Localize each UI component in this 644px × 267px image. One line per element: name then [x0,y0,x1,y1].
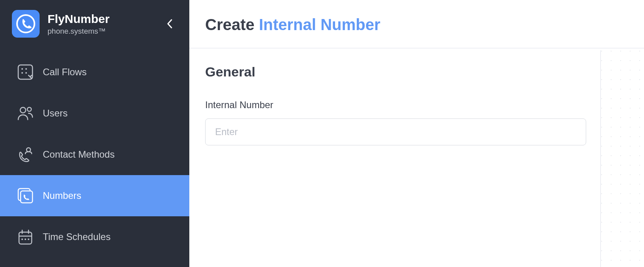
page-title-accent: Internal Number [259,16,381,33]
sidebar-item-label: Time Schedules [43,231,111,242]
svg-point-2 [21,68,23,70]
nav-list: Call Flows Users [0,48,189,257]
call-flows-icon [16,63,35,82]
form-group-internal-number: Internal Number [205,99,586,145]
sidebar-item-label: Contact Methods [43,149,114,160]
logo-text: FlyNumber phone.systems™ [48,12,162,36]
sidebar-item-label: Call Flows [43,67,87,78]
time-schedules-icon [16,227,35,246]
svg-point-15 [21,238,23,240]
sidebar-item-time-schedules[interactable]: Time Schedules [0,216,189,257]
internal-number-label: Internal Number [205,99,586,111]
contact-methods-icon [16,145,35,164]
right-rail-drag-area[interactable] [600,50,644,267]
collapse-sidebar-button[interactable] [162,16,177,32]
logo-icon [12,10,40,38]
sidebar-item-label: Users [43,108,68,119]
sidebar-header: FlyNumber phone.systems™ [0,0,189,48]
svg-point-8 [27,148,30,152]
brand-subtitle: phone.systems™ [48,27,162,36]
page-title-prefix: Create [205,16,259,33]
svg-point-17 [28,238,29,240]
content-body: General Internal Number [189,48,644,267]
svg-point-6 [20,107,26,113]
svg-point-5 [25,72,27,74]
svg-point-7 [27,107,31,111]
svg-point-3 [25,68,27,70]
main-content: Create Internal Number General Internal … [189,0,644,267]
svg-rect-11 [19,232,32,244]
section-title-general: General [205,64,628,80]
brand-title: FlyNumber [48,12,162,26]
svg-point-16 [25,238,26,240]
users-icon [16,104,35,123]
sidebar-item-numbers[interactable]: Numbers [0,175,189,216]
chevron-left-icon [167,19,172,29]
sidebar-item-call-flows[interactable]: Call Flows [0,51,189,93]
svg-point-0 [17,15,34,32]
svg-point-4 [21,72,23,74]
svg-rect-10 [21,191,32,203]
sidebar: FlyNumber phone.systems™ Call Flows [0,0,189,267]
sidebar-item-contact-methods[interactable]: Contact Methods [0,134,189,175]
sidebar-item-users[interactable]: Users [0,93,189,134]
numbers-icon [16,186,35,205]
internal-number-input[interactable] [205,118,586,145]
page-header: Create Internal Number [189,0,644,48]
sidebar-item-label: Numbers [43,190,81,201]
page-title: Create Internal Number [205,16,628,34]
